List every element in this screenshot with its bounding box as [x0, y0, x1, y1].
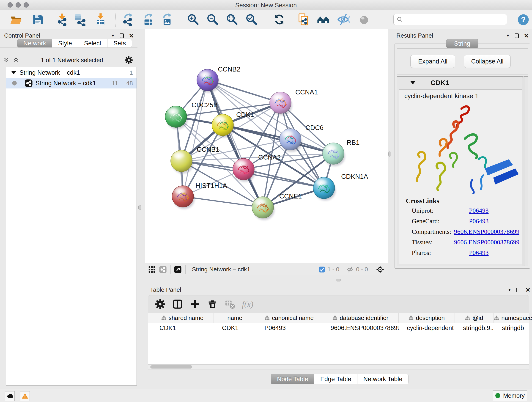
- crosslink-link[interactable]: 9606.ENSP00000378699: [454, 239, 519, 246]
- table-cell[interactable]: P06493: [256, 325, 322, 332]
- tab-network[interactable]: Network: [17, 39, 52, 48]
- column-header-namespace[interactable]: namespace: [494, 313, 532, 323]
- node-CCNB1[interactable]: [171, 150, 193, 173]
- collection-expand-icon[interactable]: [11, 71, 16, 74]
- node-CDK1[interactable]: [212, 114, 234, 137]
- tab-string[interactable]: String: [446, 39, 478, 48]
- open-session-button[interactable]: [9, 13, 22, 26]
- crosslink-link[interactable]: P06493: [469, 249, 489, 256]
- table-cell[interactable]: stringdb:9...: [455, 325, 494, 332]
- table-hscrollbar-thumb[interactable]: [150, 365, 192, 369]
- delete-table-icon[interactable]: [225, 299, 235, 309]
- column-header-description[interactable]: description: [399, 313, 455, 323]
- table-panel-splitter[interactable]: [145, 275, 532, 285]
- birdseye-icon[interactable]: [376, 266, 384, 274]
- right-splitter-grip[interactable]: [388, 152, 391, 157]
- add-column-icon[interactable]: [190, 299, 200, 309]
- node-CDC25B[interactable]: [165, 106, 187, 129]
- tab-edge-table[interactable]: Edge Table: [314, 374, 357, 384]
- table-row[interactable]: CDK1CDK1P064939606.ENSP00000378699cyclin…: [148, 323, 529, 333]
- export-network-button[interactable]: [121, 13, 134, 26]
- gene-section-header[interactable]: CDK1: [397, 77, 528, 89]
- hide-selected-button[interactable]: [337, 13, 350, 26]
- node-CCNA2[interactable]: [233, 158, 255, 182]
- import-network-button[interactable]: [56, 13, 69, 26]
- panel-float-icon[interactable]: [120, 33, 124, 38]
- collapse-all-networks-icon[interactable]: [12, 57, 19, 63]
- selected-checkbox-icon[interactable]: [319, 266, 325, 273]
- collapse-all-button[interactable]: Collapse All: [464, 55, 511, 68]
- zoom-selected-button[interactable]: [245, 13, 258, 26]
- column-header-name[interactable]: name: [214, 313, 256, 323]
- edge-CCNA2-CDKN1A[interactable]: [244, 169, 324, 188]
- panel-float-icon[interactable]: [516, 288, 520, 292]
- zoom-out-button[interactable]: [206, 13, 219, 26]
- column-header-canonical-name[interactable]: canonical name: [256, 313, 322, 323]
- refresh-network-button[interactable]: [273, 13, 286, 26]
- left-splitter-grip[interactable]: [138, 205, 141, 210]
- panel-close-icon[interactable]: ✕: [525, 288, 530, 292]
- node-CDKN1A[interactable]: [313, 177, 336, 200]
- crosslink-link[interactable]: P06493: [469, 207, 489, 214]
- table-cell[interactable]: cyclin-dependent ...: [399, 325, 455, 332]
- right-splitter[interactable]: [388, 29, 392, 275]
- delete-column-icon[interactable]: [207, 299, 218, 309]
- panel-menu-icon[interactable]: ▼: [111, 33, 115, 38]
- new-network-from-selection-button[interactable]: [298, 13, 310, 26]
- edge-HIST1H1A-CCNE1[interactable]: [183, 196, 263, 207]
- zoom-in-button[interactable]: [187, 13, 200, 26]
- column-header-database-identifier[interactable]: database identifier: [322, 313, 399, 323]
- network-collection-row[interactable]: String Network – cdk1 1: [6, 67, 137, 78]
- open-in-window-icon[interactable]: [174, 266, 182, 274]
- table-hscrollbar[interactable]: [148, 364, 529, 370]
- tab-sets[interactable]: Sets: [108, 39, 132, 48]
- node-RB1[interactable]: [323, 143, 345, 166]
- panel-menu-icon[interactable]: ▼: [506, 33, 510, 38]
- network-canvas[interactable]: CCNB2CCNA1CDC25BCDK1CDC6RB1CCNB1CCNA2CDK…: [145, 29, 388, 263]
- results-scrollbar[interactable]: [522, 76, 525, 266]
- memory-button[interactable]: Memory: [493, 390, 527, 401]
- crosslink-link[interactable]: 9606.ENSP00000378699: [454, 228, 519, 235]
- column-header--id[interactable]: @id: [455, 313, 494, 323]
- network-row-selected[interactable]: String Network – cdk1 11 48: [6, 78, 137, 89]
- export-image-button[interactable]: [160, 13, 173, 26]
- tab-style[interactable]: Style: [52, 39, 78, 48]
- table-cell[interactable]: stringdb: [494, 325, 532, 332]
- tab-select[interactable]: Select: [78, 39, 108, 48]
- import-table-button[interactable]: [94, 13, 107, 26]
- import-database-button[interactable]: [73, 13, 86, 26]
- network-options-gear-icon[interactable]: [125, 56, 133, 64]
- table-splitter-grip[interactable]: [336, 279, 341, 281]
- share-view-icon[interactable]: [159, 266, 167, 274]
- panel-close-icon[interactable]: ✕: [524, 33, 529, 38]
- cloud-button[interactable]: [5, 391, 15, 401]
- table-cell[interactable]: 9606.ENSP00000378699: [322, 325, 399, 332]
- expand-all-button[interactable]: Expand All: [410, 55, 455, 68]
- panel-close-icon[interactable]: ✕: [129, 33, 134, 38]
- zoom-fit-button[interactable]: [226, 13, 239, 26]
- tab-node-table[interactable]: Node Table: [271, 374, 314, 384]
- hidden-eye-icon[interactable]: [346, 266, 354, 273]
- search-input[interactable]: [393, 14, 507, 25]
- save-session-button[interactable]: [32, 13, 44, 26]
- section-collapse-icon[interactable]: [410, 81, 415, 84]
- expand-all-networks-icon[interactable]: [3, 57, 10, 63]
- split-columns-icon[interactable]: [172, 299, 183, 309]
- grid-view-icon[interactable]: [148, 266, 156, 274]
- show-all-button[interactable]: [358, 13, 370, 26]
- node-CCNA1[interactable]: [270, 92, 292, 115]
- column-header-shared-name[interactable]: shared name: [151, 313, 214, 323]
- node-CCNE1[interactable]: [252, 197, 274, 220]
- first-neighbors-button[interactable]: [317, 13, 330, 26]
- crosslink-link[interactable]: P06493: [469, 217, 489, 225]
- node-HIST1H1A[interactable]: [172, 186, 194, 209]
- left-splitter[interactable]: [138, 29, 143, 389]
- help-button[interactable]: ?: [517, 13, 530, 26]
- panel-float-icon[interactable]: [515, 33, 519, 38]
- node-CDC6[interactable]: [279, 128, 302, 152]
- panel-menu-icon[interactable]: ▼: [507, 288, 511, 292]
- tab-network-table[interactable]: Network Table: [357, 374, 409, 384]
- gear-icon[interactable]: [155, 299, 165, 309]
- table-cell[interactable]: CDK1: [214, 325, 256, 332]
- table-cell[interactable]: CDK1: [151, 325, 214, 332]
